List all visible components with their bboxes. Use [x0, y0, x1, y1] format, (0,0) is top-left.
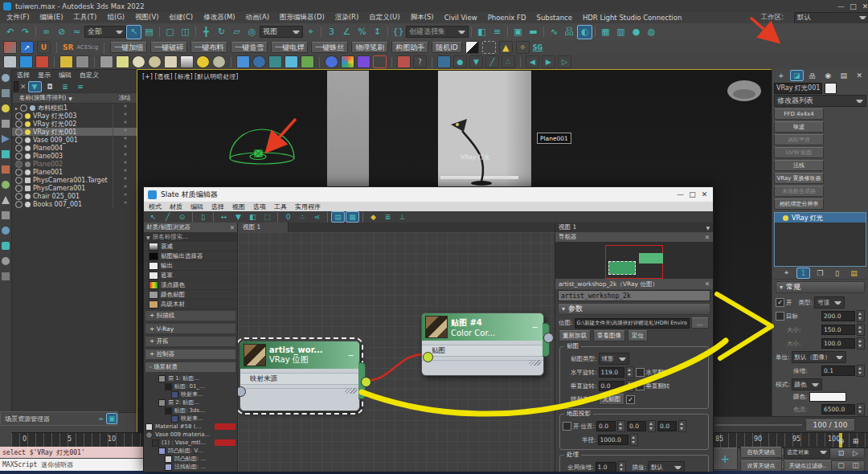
- undo-icon[interactable]: ↶: [2, 25, 18, 39]
- plugin-button-subdivide[interactable]: 一键加细: [110, 42, 147, 53]
- configure-modifier-sets-icon[interactable]: ▤: [847, 268, 861, 279]
- interpolation-dropdown[interactable]: 默认: [648, 461, 685, 472]
- blue-sphere-icon[interactable]: [325, 55, 338, 68]
- table-row[interactable]: VRay 灯光002*: [12, 120, 137, 128]
- stack-item-selected[interactable]: VRay 灯光: [775, 213, 866, 223]
- magnet-tool-icon[interactable]: U: [37, 41, 51, 54]
- tree-item[interactable]: 贴图: 01_…: [145, 382, 237, 390]
- hierarchy-tab[interactable]: 品: [805, 70, 819, 81]
- node-canvas[interactable]: artist_wor... VRay 位图 − 映射来源: [238, 232, 555, 472]
- plugin-button-composition-helper[interactable]: 构图助手: [391, 42, 428, 53]
- visibility-eye-icon[interactable]: [15, 177, 23, 184]
- spinner[interactable]: [678, 420, 686, 432]
- key-tool-icon[interactable]: [59, 55, 73, 68]
- slate-layout-children-icon[interactable]: ▦: [346, 211, 359, 223]
- tree-item[interactable]: 层 1: 贴图…: [145, 374, 237, 382]
- placement-icon[interactable]: ◎: [244, 25, 260, 39]
- create-tab[interactable]: +: [774, 70, 788, 81]
- spinner[interactable]: [648, 420, 656, 432]
- shirt-icon[interactable]: ▼: [469, 55, 483, 68]
- menu-rendering[interactable]: 渲染(R): [335, 13, 359, 22]
- menu-group[interactable]: 组(G): [107, 13, 125, 22]
- filter-icon[interactable]: ▼: [28, 81, 42, 92]
- map-item-output-selector[interactable]: 贴图输出选择器: [144, 251, 237, 261]
- cone-primitive-icon[interactable]: [180, 55, 194, 68]
- table-row[interactable]: PhysCamera001.Target*: [12, 176, 137, 184]
- menu-file[interactable]: 文件(F): [6, 13, 30, 22]
- render-setup-icon[interactable]: ▦: [598, 25, 613, 39]
- box-primitive-icon[interactable]: [116, 55, 129, 68]
- percent-snap-icon[interactable]: %: [354, 25, 370, 39]
- motion-tab[interactable]: ◉: [821, 70, 835, 81]
- node-collapse-button[interactable]: −: [348, 351, 356, 360]
- ribbon-toggle-icon[interactable]: ▬: [526, 25, 541, 39]
- slate-menu-edit[interactable]: 编辑: [190, 202, 203, 211]
- visibility-eye-icon[interactable]: [15, 185, 23, 192]
- slate-select-icon[interactable]: ↖: [146, 211, 160, 223]
- render-teapot-icon[interactable]: [35, 55, 49, 68]
- menu-tools[interactable]: 工具(T): [74, 13, 97, 22]
- time-slider[interactable]: 100 / 100: [712, 416, 868, 433]
- zoom-extents-icon[interactable]: ⊡: [834, 447, 848, 459]
- frozen-column-header[interactable]: 冻结: [112, 94, 137, 102]
- slate-ruler-icon[interactable]: ⊥: [395, 211, 409, 223]
- visibility-eye-icon[interactable]: [15, 169, 23, 176]
- selection-set-dropdown[interactable]: 选定对象: [784, 447, 830, 459]
- visibility-eye-icon[interactable]: [15, 112, 23, 120]
- table-row-hidden[interactable]: Plane002*: [12, 160, 137, 168]
- modify-tab[interactable]: ◪: [790, 70, 804, 81]
- mapping-source-button[interactable]: 无贴图: [599, 394, 625, 405]
- slate-menu-material[interactable]: 材质: [170, 202, 182, 211]
- global-mult-field[interactable]: 1.0: [596, 462, 616, 472]
- visibility-eye-icon[interactable]: [15, 161, 23, 168]
- teapot-icon[interactable]: [3, 55, 17, 68]
- ground-radius-field[interactable]: 1000.0: [598, 435, 628, 445]
- link-icon[interactable]: ∞: [39, 25, 54, 39]
- tree-item[interactable]: 映射来…: [145, 415, 237, 423]
- map-item-output[interactable]: 输出: [144, 261, 237, 271]
- slate-arrange-icon[interactable]: ⋖: [310, 211, 324, 223]
- film-play-icon[interactable]: ▶: [542, 55, 555, 68]
- node-header[interactable]: artist_wor... VRay 位图 −: [240, 341, 359, 369]
- color-dots-icon[interactable]: [341, 55, 354, 68]
- slate-zero-icon[interactable]: 0: [281, 211, 295, 223]
- menu-civil-view[interactable]: Civil View: [444, 14, 477, 22]
- zoom-all-icon[interactable]: ⊞: [849, 435, 862, 447]
- output-socket[interactable]: [361, 377, 371, 387]
- parameter-panel-close-icon[interactable]: ✕: [705, 280, 710, 288]
- tree-item[interactable]: (1) : Vase_mtl…: [145, 439, 237, 447]
- explorer-menu-display[interactable]: 显示: [38, 71, 51, 80]
- light-color-swatch[interactable]: [809, 392, 846, 402]
- view-selector-bar[interactable]: 视图 1▼: [555, 223, 713, 232]
- tree-item[interactable]: Vase 009 materia…: [145, 431, 237, 439]
- slate-menu-modes[interactable]: 模式: [149, 202, 162, 211]
- slate-menu-tools[interactable]: 工具: [274, 202, 287, 211]
- menu-phoenix-fd[interactable]: Phoenix FD: [488, 14, 526, 22]
- egg-primitive-icon[interactable]: [132, 55, 145, 68]
- slate-menu-view[interactable]: 视图: [232, 202, 245, 211]
- slate-assign-material-icon[interactable]: ⊙: [175, 211, 189, 223]
- explorer-column-headers[interactable]: 名称(按降序排列) ▼ 冻结: [12, 92, 137, 104]
- person-icon[interactable]: ●: [453, 55, 467, 68]
- mode-dropdown[interactable]: 颜色: [792, 378, 822, 390]
- film-back-icon[interactable]: ◀: [526, 55, 539, 68]
- redo-icon[interactable]: ↷: [18, 25, 33, 39]
- map-item-vertex-color[interactable]: 顶点颜色: [144, 280, 237, 290]
- modifier-button[interactable]: 法线: [774, 160, 824, 171]
- plugin-button-snow[interactable]: 一键造雪: [231, 42, 268, 53]
- table-row[interactable]: Vase 009_001*: [12, 136, 137, 144]
- multiplier-field[interactable]: 0.1: [821, 366, 855, 376]
- map-item-color-map[interactable]: 颜色贴图: [144, 290, 237, 300]
- group-scanline[interactable]: + 扫描线: [145, 310, 236, 321]
- ground-x-field[interactable]: 0.0: [596, 421, 616, 431]
- scale-icon[interactable]: ▱: [229, 25, 244, 39]
- macro-recorder-line[interactable]: select $'VRay 灯光001': [0, 447, 145, 458]
- tree-item[interactable]: Material #58 (…: [145, 423, 237, 431]
- input-socket[interactable]: [423, 352, 433, 362]
- view-tab[interactable]: 视图 1: [238, 223, 289, 232]
- utilities-tab[interactable]: ✕: [853, 70, 866, 81]
- bw-contrast-icon[interactable]: [465, 41, 479, 54]
- bind-spacewarp-icon[interactable]: ≈: [69, 25, 84, 39]
- menu-edit[interactable]: 编辑(E): [40, 13, 63, 22]
- dock-select-icon[interactable]: [2, 74, 10, 82]
